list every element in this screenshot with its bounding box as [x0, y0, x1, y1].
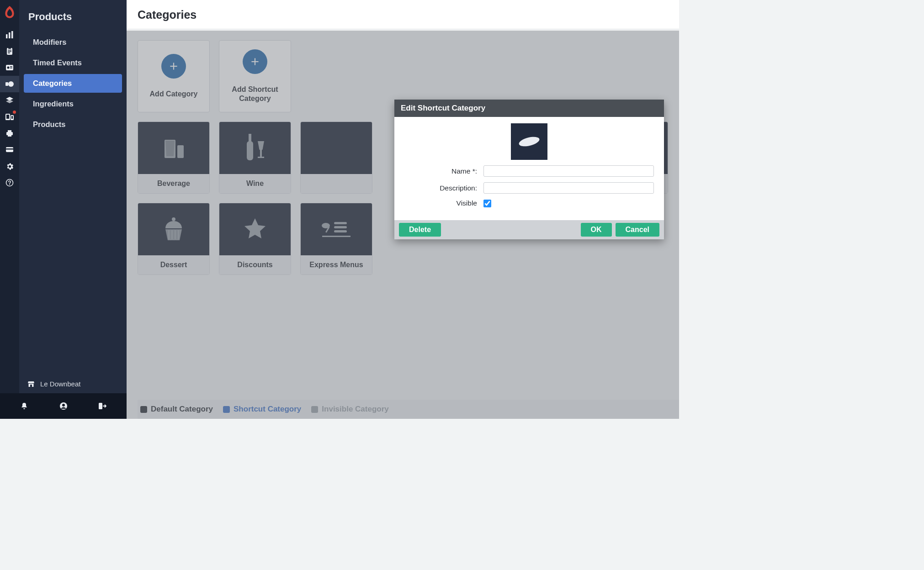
sidebar-item-timed-events[interactable]: Timed Events [24, 53, 122, 72]
cancel-button[interactable]: Cancel [616, 223, 659, 237]
rail-settings[interactable] [0, 158, 19, 174]
svg-point-30 [62, 404, 65, 406]
notification-badge [13, 111, 16, 114]
rail-payments[interactable] [0, 142, 19, 158]
notifications-button[interactable] [5, 402, 44, 410]
sidebar-item-modifiers[interactable]: Modifiers [24, 33, 122, 52]
svg-rect-2 [11, 31, 13, 38]
sidebar-item-products[interactable]: Products [24, 115, 122, 134]
svg-point-26 [9, 184, 10, 185]
svg-rect-10 [10, 66, 12, 67]
sidebar-item-categories[interactable]: Categories [24, 74, 122, 93]
category-image-picker[interactable] [511, 123, 547, 160]
svg-marker-15 [6, 100, 13, 103]
name-input[interactable] [483, 165, 654, 177]
rail-clipboard[interactable] [0, 43, 19, 59]
sidebar: Products Modifiers Timed Events Categori… [19, 0, 127, 419]
icon-rail [0, 0, 19, 419]
svg-point-12 [8, 81, 14, 87]
page-header: Categories [127, 0, 679, 29]
app-logo[interactable] [0, 3, 19, 23]
rail-help[interactable] [0, 174, 19, 191]
rail-printers[interactable] [0, 125, 19, 142]
logout-icon [98, 402, 107, 410]
account-button[interactable] [44, 402, 83, 410]
ok-button[interactable]: OK [581, 223, 612, 237]
name-label: Name *: [404, 167, 483, 175]
bread-icon [518, 136, 541, 148]
sidebar-title: Products [19, 0, 127, 32]
svg-rect-1 [9, 32, 11, 38]
svg-rect-5 [8, 50, 11, 51]
svg-point-52 [518, 136, 541, 148]
page-title: Categories [138, 8, 668, 21]
store-icon [27, 380, 35, 388]
svg-rect-13 [5, 82, 8, 86]
bottom-bar [0, 393, 127, 419]
svg-rect-31 [99, 403, 102, 409]
edit-shortcut-category-modal: Edit Shortcut Category Name *: Descripti… [394, 100, 664, 239]
description-input[interactable] [483, 182, 654, 194]
svg-rect-18 [6, 115, 9, 119]
svg-rect-22 [8, 134, 11, 137]
sidebar-item-ingredients[interactable]: Ingredients [24, 95, 122, 113]
svg-rect-4 [8, 47, 11, 49]
svg-rect-7 [8, 53, 10, 53]
svg-rect-0 [6, 34, 8, 38]
svg-rect-24 [6, 148, 13, 150]
svg-rect-21 [8, 130, 11, 132]
description-label: Description: [404, 184, 483, 192]
rail-customers[interactable] [0, 59, 19, 76]
rail-products[interactable] [0, 76, 19, 92]
bell-icon [20, 402, 28, 410]
store-name: Le Downbeat [40, 380, 80, 388]
visible-checkbox[interactable] [483, 200, 491, 207]
modal-title: Edit Shortcut Category [394, 100, 664, 117]
svg-rect-19 [11, 116, 13, 119]
user-icon [59, 402, 68, 410]
svg-rect-6 [8, 51, 11, 52]
svg-rect-28 [30, 385, 32, 387]
visible-label: Visible [404, 199, 483, 207]
delete-button[interactable]: Delete [399, 223, 441, 237]
rail-layers[interactable] [0, 92, 19, 109]
rail-devices[interactable] [0, 109, 19, 125]
svg-point-9 [7, 67, 10, 69]
svg-rect-11 [10, 68, 12, 69]
store-switcher[interactable]: Le Downbeat [19, 375, 127, 393]
logout-button[interactable] [83, 402, 122, 410]
rail-reports[interactable] [0, 26, 19, 43]
